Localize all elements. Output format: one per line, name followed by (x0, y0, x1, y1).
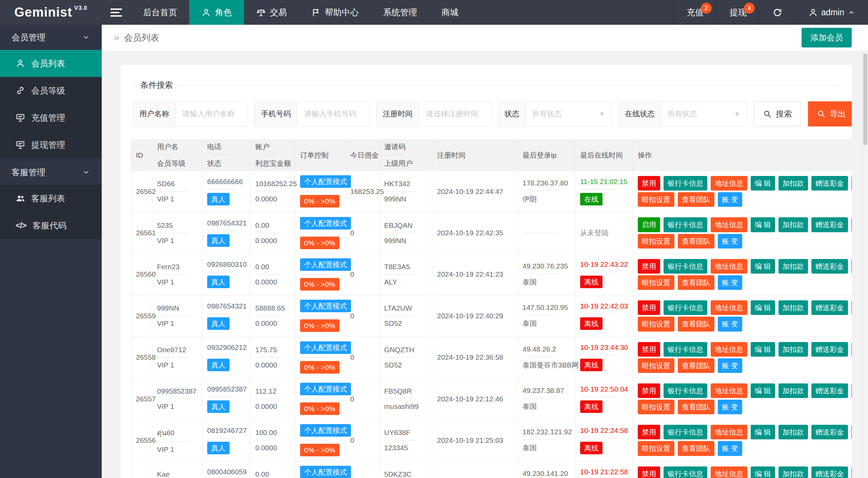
address-info-button[interactable]: 地址信息 (711, 342, 747, 357)
nav-item-help-center[interactable]: 帮助中心 (299, 0, 371, 25)
refresh-qrcode-button[interactable]: 刷新二维码 (851, 383, 852, 398)
edit-button[interactable]: 编 辑 (751, 342, 775, 357)
hidden-deduction-button[interactable]: 暗扣设置 (638, 441, 674, 456)
hidden-deduction-button[interactable]: 暗扣设置 (638, 192, 674, 207)
account-change-button[interactable]: 账 变 (718, 358, 742, 373)
account-change-button[interactable]: 账 变 (718, 441, 742, 456)
nav-item-mall[interactable]: 商城 (429, 0, 471, 25)
gift-bonus-button[interactable]: 赠送彩金 (811, 259, 848, 274)
edit-button[interactable]: 编 辑 (751, 217, 775, 232)
nav-item-dashboard[interactable]: 后台首页 (131, 0, 189, 25)
edit-button[interactable]: 编 辑 (751, 176, 775, 191)
vertical-scrollbar[interactable] (862, 50, 868, 478)
search-button[interactable]: 搜索 (754, 101, 801, 126)
hidden-deduction-button[interactable]: 暗扣设置 (638, 317, 674, 331)
view-team-button[interactable]: 查看团队 (678, 192, 714, 207)
nav-item-roles[interactable]: 角色 (189, 0, 244, 25)
sidebar-group-service-management[interactable]: 客服管理 (0, 160, 102, 185)
add-deduct-button[interactable]: 加扣款 (778, 425, 808, 439)
disable-button[interactable]: 禁用 (638, 176, 660, 191)
gift-bonus-button[interactable]: 赠送彩金 (811, 217, 848, 232)
bank-card-info-button[interactable]: 银行卡信息 (664, 217, 707, 232)
account-change-button[interactable]: 账 变 (718, 275, 742, 290)
address-info-button[interactable]: 地址信息 (711, 176, 747, 191)
gift-bonus-button[interactable]: 赠送彩金 (811, 425, 848, 439)
edit-button[interactable]: 编 辑 (751, 425, 775, 439)
bank-card-info-button[interactable]: 银行卡信息 (664, 466, 707, 478)
add-member-button[interactable]: 添加会员 (802, 28, 852, 47)
hidden-deduction-button[interactable]: 暗扣设置 (638, 400, 674, 414)
enable-button[interactable]: 启用 (638, 217, 660, 232)
disable-button[interactable]: 禁用 (638, 425, 660, 439)
view-team-button[interactable]: 查看团队 (678, 234, 714, 248)
disable-button[interactable]: 禁用 (638, 383, 660, 398)
disable-button[interactable]: 禁用 (638, 342, 660, 357)
disable-button[interactable]: 禁用 (638, 466, 660, 478)
phone-input[interactable] (297, 102, 369, 126)
sidebar-item-service-list[interactable]: 客服列表 (0, 185, 102, 212)
add-deduct-button[interactable]: 加扣款 (778, 300, 808, 315)
bank-card-info-button[interactable]: 银行卡信息 (664, 176, 707, 191)
status-select[interactable]: 所有状态 ▼ (526, 102, 611, 126)
edit-button[interactable]: 编 辑 (751, 466, 775, 478)
refresh-qrcode-button[interactable]: 刷新二维码 (851, 259, 852, 274)
bank-card-info-button[interactable]: 银行卡信息 (664, 300, 707, 315)
withdraw-button[interactable]: 提现 4 (716, 0, 760, 25)
add-deduct-button[interactable]: 加扣款 (778, 466, 808, 478)
disable-button[interactable]: 禁用 (638, 300, 660, 315)
nav-item-trade[interactable]: 交易 (244, 0, 299, 25)
address-info-button[interactable]: 地址信息 (711, 425, 747, 439)
view-team-button[interactable]: 查看团队 (678, 358, 714, 373)
bank-card-info-button[interactable]: 银行卡信息 (664, 425, 707, 439)
collapse-menu-button[interactable] (102, 0, 131, 25)
account-change-button[interactable]: 账 变 (718, 400, 742, 414)
refresh-qrcode-button[interactable]: 刷新二维码 (851, 176, 852, 191)
address-info-button[interactable]: 地址信息 (711, 259, 747, 274)
edit-button[interactable]: 编 辑 (751, 300, 775, 315)
edit-button[interactable]: 编 辑 (751, 259, 775, 274)
edit-button[interactable]: 编 辑 (751, 383, 775, 398)
gift-bonus-button[interactable]: 赠送彩金 (811, 342, 848, 357)
gift-bonus-button[interactable]: 赠送彩金 (811, 176, 848, 191)
hidden-deduction-button[interactable]: 暗扣设置 (638, 358, 674, 373)
address-info-button[interactable]: 地址信息 (711, 217, 747, 232)
nav-item-system[interactable]: 系统管理 (371, 0, 429, 25)
recharge-button[interactable]: 充值 2 (673, 0, 716, 25)
hidden-deduction-button[interactable]: 暗扣设置 (638, 234, 674, 248)
add-deduct-button[interactable]: 加扣款 (778, 217, 808, 232)
export-button[interactable]: 导出 (808, 101, 852, 126)
username-input[interactable] (176, 102, 248, 126)
sidebar-item-service-code[interactable]: </> 客服代码 (0, 212, 102, 239)
add-deduct-button[interactable]: 加扣款 (778, 342, 808, 357)
refresh-button[interactable] (760, 0, 795, 25)
sidebar-item-withdraw-management[interactable]: 提现管理 (0, 131, 102, 158)
address-info-button[interactable]: 地址信息 (711, 466, 747, 478)
sidebar-item-member-level[interactable]: 会员等级 (0, 77, 102, 104)
hidden-deduction-button[interactable]: 暗扣设置 (638, 275, 674, 290)
view-team-button[interactable]: 查看团队 (678, 275, 714, 290)
account-change-button[interactable]: 账 变 (718, 234, 742, 248)
view-team-button[interactable]: 查看团队 (678, 400, 714, 414)
bank-card-info-button[interactable]: 银行卡信息 (664, 342, 707, 357)
bank-card-info-button[interactable]: 银行卡信息 (664, 259, 707, 274)
gift-bonus-button[interactable]: 赠送彩金 (811, 300, 848, 315)
view-team-button[interactable]: 查看团队 (678, 317, 714, 331)
refresh-qrcode-button[interactable]: 刷新二维码 (851, 425, 852, 439)
refresh-qrcode-button[interactable]: 刷新二维码 (851, 342, 852, 357)
add-deduct-button[interactable]: 加扣款 (778, 383, 808, 398)
gift-bonus-button[interactable]: 赠送彩金 (811, 466, 848, 478)
scrollbar-thumb[interactable] (863, 54, 867, 145)
account-change-button[interactable]: 账 变 (718, 192, 742, 207)
address-info-button[interactable]: 地址信息 (711, 300, 747, 315)
online-status-select[interactable]: 所有状态 ▼ (661, 102, 747, 126)
user-menu[interactable]: admin (795, 0, 868, 25)
gift-bonus-button[interactable]: 赠送彩金 (811, 383, 848, 398)
view-team-button[interactable]: 查看团队 (678, 441, 714, 456)
add-deduct-button[interactable]: 加扣款 (778, 176, 808, 191)
account-change-button[interactable]: 账 变 (718, 317, 742, 331)
disable-button[interactable]: 禁用 (638, 259, 660, 274)
add-deduct-button[interactable]: 加扣款 (778, 259, 808, 274)
bank-card-info-button[interactable]: 银行卡信息 (664, 383, 707, 398)
refresh-qrcode-button[interactable]: 刷新二维码 (851, 217, 852, 232)
refresh-qrcode-button[interactable]: 刷新二维码 (851, 300, 852, 315)
